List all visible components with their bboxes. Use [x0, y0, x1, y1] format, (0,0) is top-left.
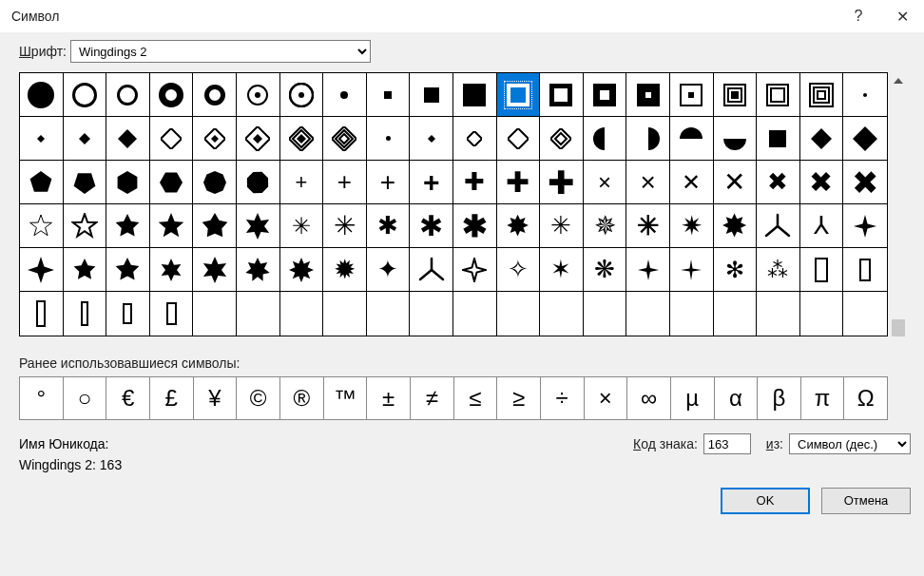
symbol-cell[interactable]: ✦: [367, 248, 411, 292]
symbol-cell[interactable]: [237, 204, 280, 248]
symbol-cell[interactable]: [367, 292, 411, 336]
symbol-cell[interactable]: [193, 73, 237, 117]
symbol-cell[interactable]: ✕: [714, 161, 758, 204]
symbol-cell[interactable]: [670, 292, 714, 336]
symbol-cell[interactable]: [584, 117, 627, 161]
symbol-cell[interactable]: ✧: [497, 248, 541, 292]
symbol-cell[interactable]: [64, 161, 107, 204]
symbol-cell[interactable]: ×: [584, 161, 627, 204]
symbol-cell[interactable]: [453, 73, 497, 117]
symbol-cell[interactable]: ✻: [714, 248, 758, 292]
scroll-thumb[interactable]: [892, 319, 905, 336]
symbol-cell[interactable]: [150, 73, 194, 117]
symbol-cell[interactable]: ✱: [367, 204, 411, 248]
symbol-cell[interactable]: [64, 117, 107, 161]
recent-cell[interactable]: ×: [585, 377, 628, 419]
recent-cell[interactable]: ®: [280, 377, 324, 419]
symbol-cell[interactable]: [626, 117, 670, 161]
symbol-cell[interactable]: [800, 248, 844, 292]
symbol-cell[interactable]: [540, 117, 584, 161]
symbol-cell[interactable]: [453, 117, 497, 161]
recent-cell[interactable]: ≠: [411, 377, 454, 419]
symbol-cell[interactable]: [150, 248, 194, 292]
symbol-cell[interactable]: [367, 117, 411, 161]
symbol-cell[interactable]: [323, 73, 367, 117]
symbol-cell[interactable]: [64, 204, 107, 248]
symbol-cell[interactable]: [670, 73, 714, 117]
symbol-cell[interactable]: +: [367, 161, 411, 204]
symbol-cell[interactable]: [843, 73, 887, 117]
symbol-cell[interactable]: [410, 73, 453, 117]
symbol-cell[interactable]: [800, 73, 844, 117]
symbol-cell[interactable]: [106, 161, 150, 204]
symbol-cell[interactable]: +: [410, 161, 453, 204]
cancel-button[interactable]: Отмена: [821, 488, 911, 514]
recent-cell[interactable]: ÷: [541, 377, 585, 419]
font-select[interactable]: Wingdings 2: [70, 40, 371, 63]
symbol-cell[interactable]: ❋: [584, 248, 627, 292]
symbol-cell[interactable]: [106, 248, 150, 292]
symbol-cell[interactable]: [193, 161, 237, 204]
symbol-cell[interactable]: [757, 73, 800, 117]
from-select[interactable]: Символ (дес.): [789, 433, 911, 454]
symbol-cell[interactable]: [323, 117, 367, 161]
symbol-cell[interactable]: [453, 292, 497, 336]
symbol-cell[interactable]: ×: [626, 161, 670, 204]
symbol-cell[interactable]: [670, 248, 714, 292]
recent-cell[interactable]: ○: [64, 377, 107, 419]
symbol-cell[interactable]: [410, 292, 453, 336]
symbol-cell[interactable]: [757, 204, 800, 248]
symbol-cell[interactable]: ✚: [453, 161, 497, 204]
symbol-cell[interactable]: [757, 117, 800, 161]
symbol-cell[interactable]: ✵: [584, 204, 627, 248]
symbol-cell[interactable]: [20, 117, 64, 161]
recent-cell[interactable]: β: [758, 377, 801, 419]
symbol-cell[interactable]: [714, 117, 758, 161]
symbol-cell[interactable]: [843, 248, 887, 292]
symbol-cell[interactable]: [584, 292, 627, 336]
symbol-cell[interactable]: [150, 204, 194, 248]
symbol-cell[interactable]: [193, 117, 237, 161]
symbol-cell[interactable]: [237, 161, 280, 204]
symbol-cell[interactable]: [150, 161, 194, 204]
symbol-cell[interactable]: [714, 292, 758, 336]
symbol-cell[interactable]: ✖: [800, 161, 844, 204]
symbol-cell[interactable]: [497, 292, 541, 336]
symbol-cell[interactable]: [497, 117, 541, 161]
symbol-cell[interactable]: [280, 73, 324, 117]
symbol-cell[interactable]: [20, 248, 64, 292]
symbol-cell[interactable]: [626, 292, 670, 336]
symbol-cell[interactable]: [237, 292, 280, 336]
symbol-cell[interactable]: [843, 204, 887, 248]
symbol-cell[interactable]: ✚: [540, 161, 584, 204]
symbol-cell[interactable]: ⁂: [757, 248, 800, 292]
symbol-cell[interactable]: [540, 292, 584, 336]
symbol-cell[interactable]: [280, 292, 324, 336]
ok-button[interactable]: OK: [721, 488, 810, 514]
symbol-cell[interactable]: ✷: [670, 204, 714, 248]
symbol-cell[interactable]: [237, 117, 280, 161]
symbol-cell[interactable]: ✸: [714, 204, 758, 248]
symbol-cell[interactable]: [106, 117, 150, 161]
symbol-cell[interactable]: ✖: [757, 161, 800, 204]
symbol-cell[interactable]: [64, 73, 107, 117]
symbol-cell[interactable]: ✳: [626, 204, 670, 248]
symbol-cell[interactable]: [193, 248, 237, 292]
symbol-cell[interactable]: [323, 292, 367, 336]
scroll-track[interactable]: [890, 89, 907, 319]
symbol-cell[interactable]: [20, 161, 64, 204]
grid-scrollbar[interactable]: [890, 72, 907, 336]
symbol-cell[interactable]: [193, 204, 237, 248]
symbol-cell[interactable]: [453, 248, 497, 292]
recent-cell[interactable]: ∞: [627, 377, 671, 419]
recent-cell[interactable]: ¥: [194, 377, 238, 419]
recent-cell[interactable]: α: [715, 377, 759, 419]
symbol-cell[interactable]: ✖: [843, 161, 887, 204]
symbol-cell[interactable]: +: [323, 161, 367, 204]
recent-cell[interactable]: µ: [671, 377, 715, 419]
symbol-cell[interactable]: [540, 73, 584, 117]
symbol-cell[interactable]: [20, 204, 64, 248]
symbol-cell[interactable]: ✳: [323, 204, 367, 248]
symbol-cell[interactable]: [843, 117, 887, 161]
symbol-cell[interactable]: [20, 73, 64, 117]
